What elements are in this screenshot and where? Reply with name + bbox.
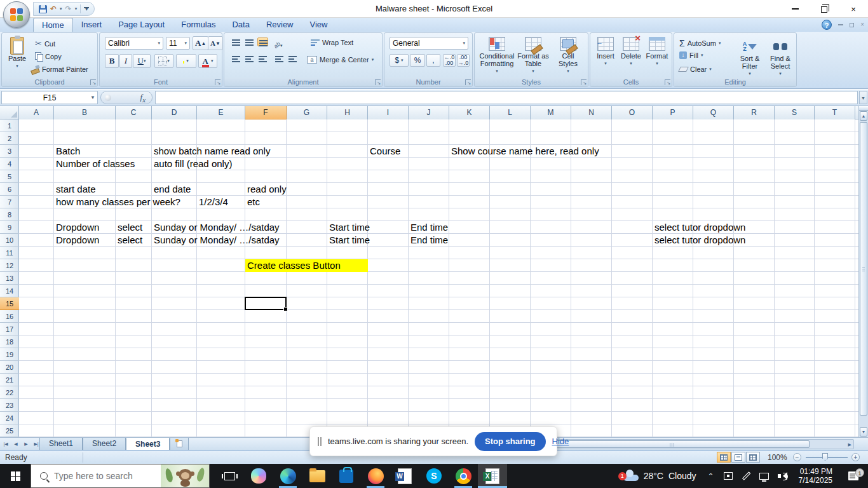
number-dialog-launcher-icon[interactable]: ↘	[465, 79, 471, 85]
row-header-16[interactable]: 16	[0, 310, 19, 323]
cell-B7[interactable]: how many classes per week?	[54, 196, 180, 208]
cell-D9[interactable]: Sunday or Monday/ …/satday	[152, 221, 280, 234]
redo-icon[interactable]: ↷	[65, 4, 72, 13]
grow-font-button[interactable]: A▲	[193, 36, 208, 50]
row-header-4[interactable]: 4	[0, 158, 19, 170]
underline-button[interactable]: U▾	[133, 54, 151, 68]
cell-B3[interactable]: Batch	[54, 145, 80, 158]
column-header-T[interactable]: T	[815, 106, 855, 119]
column-header-D[interactable]: D	[152, 106, 197, 119]
cells-dialog-launcher-icon[interactable]: ↘	[665, 79, 670, 85]
prev-sheet-button[interactable]: ◀	[11, 439, 20, 449]
wrap-text-button[interactable]: Wrap Text	[311, 39, 353, 46]
row-header-14[interactable]: 14	[0, 285, 19, 297]
column-header-J[interactable]: J	[409, 106, 449, 119]
horizontal-scroll-thumb[interactable]	[535, 440, 810, 448]
store-icon[interactable]	[332, 464, 361, 488]
formula-input[interactable]	[155, 91, 858, 104]
merge-center-button[interactable]: Merge & Center▾	[307, 56, 374, 64]
column-header-K[interactable]: K	[449, 106, 490, 119]
minimize-button[interactable]	[780, 0, 810, 18]
column-header-O[interactable]: O	[612, 106, 653, 119]
help-icon[interactable]: ?	[822, 20, 832, 30]
number-format-select[interactable]: General▾	[390, 37, 468, 50]
clear-button[interactable]: Clear▾	[679, 65, 712, 73]
scroll-right-button[interactable]: ▶	[848, 441, 851, 449]
workbook-restore-icon[interactable]	[850, 23, 854, 27]
cell-P10[interactable]: select tutor dropdown	[653, 234, 745, 247]
next-sheet-button[interactable]: ▶	[22, 439, 31, 449]
cell-D6[interactable]: end date	[152, 183, 191, 196]
autosum-button[interactable]: ΣAutoSum▾	[679, 38, 721, 48]
column-header-L[interactable]: L	[490, 106, 531, 119]
delete-cells-button[interactable]: Delete▾	[618, 37, 644, 67]
column-header-H[interactable]: H	[327, 106, 368, 119]
page-break-view-button[interactable]	[746, 452, 760, 463]
vertical-scroll-thumb[interactable]	[860, 122, 867, 416]
stop-sharing-button[interactable]: Stop sharing	[475, 432, 545, 451]
search-highlight-image[interactable]	[161, 464, 209, 487]
clipboard-dialog-launcher-icon[interactable]: ↘	[90, 79, 96, 85]
row-header-19[interactable]: 19	[0, 348, 19, 361]
cell-D4[interactable]: auto fill (read only)	[152, 158, 232, 170]
row-header-12[interactable]: 12	[0, 259, 19, 272]
row-header-10[interactable]: 10	[0, 234, 19, 247]
chrome-icon[interactable]	[449, 464, 478, 488]
customize-qat-icon[interactable]: ▾	[84, 7, 89, 11]
clock[interactable]: 01:49 PM 7/14/2025	[792, 467, 839, 485]
undo-dropdown-icon[interactable]: ▾	[60, 6, 62, 11]
column-header-P[interactable]: P	[653, 106, 693, 119]
cell-B4[interactable]: Number of classes	[54, 158, 135, 170]
cut-button[interactable]: ✂Cut	[35, 39, 55, 48]
format-as-table-button[interactable]: Format as Table▾	[515, 37, 551, 75]
row-header-21[interactable]: 21	[0, 374, 19, 386]
column-header-B[interactable]: B	[54, 106, 116, 119]
row-header-5[interactable]: 5	[0, 170, 19, 183]
conditional-formatting-button[interactable]: Conditional Formatting▾	[478, 37, 515, 75]
screen-share-tray-icon[interactable]	[719, 472, 737, 480]
comma-style-button[interactable]: ,	[426, 54, 440, 67]
row-header-8[interactable]: 8	[0, 208, 19, 221]
restore-button[interactable]	[810, 0, 839, 18]
name-box[interactable]: F15▼	[1, 91, 98, 104]
row-header-22[interactable]: 22	[0, 386, 19, 399]
ribbon-tab-page-layout[interactable]: Page Layout	[110, 18, 173, 32]
start-button[interactable]	[0, 464, 31, 488]
sheet-tab-sheet3[interactable]: Sheet3	[126, 438, 170, 451]
bottom-align-button[interactable]	[257, 37, 268, 46]
normal-view-button[interactable]	[717, 452, 731, 463]
shrink-font-button[interactable]: A▼	[208, 36, 223, 50]
copilot-icon[interactable]	[244, 464, 273, 488]
ribbon-tab-formulas[interactable]: Formulas	[173, 18, 224, 32]
word-icon[interactable]: W	[390, 464, 419, 488]
volume-icon[interactable]	[773, 471, 792, 480]
cell-styles-button[interactable]: Cell Styles▾	[552, 37, 584, 75]
row-header-2[interactable]: 2	[0, 132, 19, 145]
grid[interactable]: Batchshow batch name read onlyCourseShow…	[19, 119, 858, 437]
find-select-button[interactable]: Find & Select▾	[766, 38, 795, 78]
ribbon-tab-view[interactable]: View	[302, 18, 336, 32]
cell-F7[interactable]: etc	[245, 196, 260, 208]
row-header-23[interactable]: 23	[0, 399, 19, 412]
column-header-G[interactable]: G	[287, 106, 327, 119]
banner-drag-handle-icon[interactable]	[318, 437, 322, 446]
cell-C10[interactable]: select	[116, 234, 142, 247]
cell-E7[interactable]: 1/2/3/4	[197, 196, 228, 208]
hide-banner-link[interactable]: Hide	[552, 437, 569, 446]
middle-align-button[interactable]	[244, 37, 255, 46]
column-header-A[interactable]: A	[19, 106, 54, 119]
file-explorer-icon[interactable]	[302, 464, 332, 488]
cell-C9[interactable]: select	[116, 221, 142, 234]
row-header-13[interactable]: 13	[0, 272, 19, 285]
row-header-9[interactable]: 9	[0, 221, 19, 234]
task-view-icon[interactable]	[215, 464, 244, 488]
font-size-select[interactable]: 11▾	[166, 37, 190, 50]
decrease-decimal-button[interactable]: .00→.0	[457, 54, 470, 67]
ribbon-tab-review[interactable]: Review	[258, 18, 302, 32]
firefox-icon[interactable]	[361, 464, 390, 488]
scroll-down-button[interactable]: ▼	[860, 427, 867, 437]
align-center-button[interactable]	[244, 55, 255, 64]
row-header-11[interactable]: 11	[0, 247, 19, 259]
workbook-minimize-icon[interactable]	[838, 24, 843, 25]
workbook-close-icon[interactable]: ×	[860, 22, 864, 28]
